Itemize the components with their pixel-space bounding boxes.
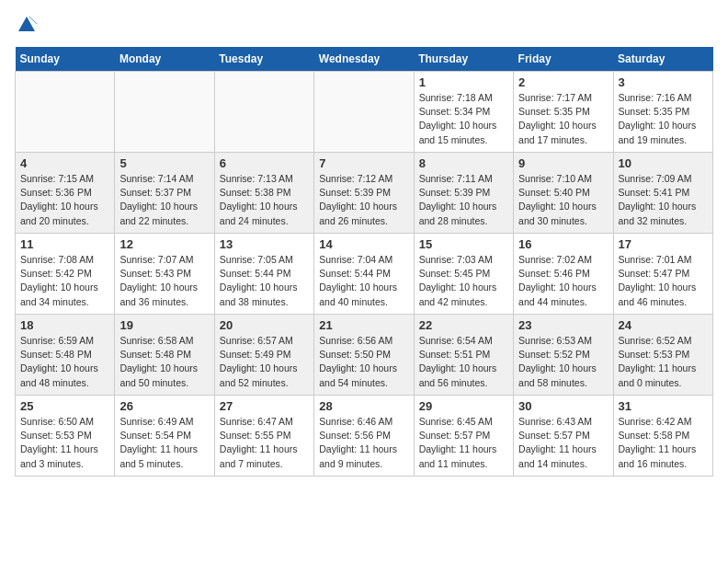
day-header-sunday: Sunday — [16, 47, 115, 72]
day-info: Sunrise: 6:42 AMSunset: 5:58 PMDaylight:… — [619, 415, 708, 471]
calendar-cell: 26Sunrise: 6:49 AMSunset: 5:54 PMDayligh… — [115, 396, 214, 477]
week-row-3: 11Sunrise: 7:08 AMSunset: 5:42 PMDayligh… — [16, 234, 713, 315]
calendar-cell: 28Sunrise: 6:46 AMSunset: 5:56 PMDayligh… — [314, 396, 414, 477]
day-number: 4 — [20, 156, 109, 170]
calendar-cell: 12Sunrise: 7:07 AMSunset: 5:43 PMDayligh… — [115, 234, 214, 315]
week-row-5: 25Sunrise: 6:50 AMSunset: 5:53 PMDayligh… — [16, 396, 713, 477]
calendar-cell: 18Sunrise: 6:59 AMSunset: 5:48 PMDayligh… — [16, 315, 115, 396]
day-number: 9 — [518, 156, 608, 170]
day-info: Sunrise: 6:57 AMSunset: 5:49 PMDaylight:… — [220, 334, 309, 390]
day-info: Sunrise: 6:50 AMSunset: 5:53 PMDaylight:… — [20, 415, 109, 471]
calendar-header-row: SundayMondayTuesdayWednesdayThursdayFrid… — [16, 47, 713, 72]
day-info: Sunrise: 6:59 AMSunset: 5:48 PMDaylight:… — [20, 334, 109, 390]
calendar-cell: 4Sunrise: 7:15 AMSunset: 5:36 PMDaylight… — [16, 153, 115, 234]
calendar-cell: 5Sunrise: 7:14 AMSunset: 5:37 PMDaylight… — [115, 153, 214, 234]
day-info: Sunrise: 6:45 AMSunset: 5:57 PMDaylight:… — [419, 415, 508, 471]
day-header-wednesday: Wednesday — [314, 47, 414, 72]
calendar-cell: 30Sunrise: 6:43 AMSunset: 5:57 PMDayligh… — [514, 396, 613, 477]
day-number: 22 — [419, 318, 508, 332]
calendar-cell — [115, 72, 214, 153]
day-number: 14 — [319, 237, 408, 251]
day-info: Sunrise: 7:07 AMSunset: 5:43 PMDaylight:… — [119, 253, 209, 309]
week-row-1: 1Sunrise: 7:18 AMSunset: 5:34 PMDaylight… — [16, 72, 713, 153]
day-info: Sunrise: 6:54 AMSunset: 5:51 PMDaylight:… — [419, 334, 508, 390]
calendar-cell: 7Sunrise: 7:12 AMSunset: 5:39 PMDaylight… — [314, 153, 414, 234]
calendar-cell — [16, 72, 115, 153]
calendar-cell: 2Sunrise: 7:17 AMSunset: 5:35 PMDaylight… — [514, 72, 613, 153]
calendar-cell: 10Sunrise: 7:09 AMSunset: 5:41 PMDayligh… — [613, 153, 712, 234]
day-number: 18 — [20, 318, 109, 332]
day-info: Sunrise: 6:52 AMSunset: 5:53 PMDaylight:… — [619, 334, 708, 390]
day-info: Sunrise: 7:02 AMSunset: 5:46 PMDaylight:… — [518, 253, 608, 309]
day-info: Sunrise: 6:43 AMSunset: 5:57 PMDaylight:… — [518, 415, 608, 471]
calendar-cell: 11Sunrise: 7:08 AMSunset: 5:42 PMDayligh… — [16, 234, 115, 315]
calendar-cell: 6Sunrise: 7:13 AMSunset: 5:38 PMDaylight… — [214, 153, 313, 234]
day-number: 1 — [419, 75, 508, 89]
day-number: 11 — [20, 237, 109, 251]
day-info: Sunrise: 7:18 AMSunset: 5:34 PMDaylight:… — [419, 91, 508, 147]
calendar-cell: 23Sunrise: 6:53 AMSunset: 5:52 PMDayligh… — [514, 315, 613, 396]
calendar-cell: 3Sunrise: 7:16 AMSunset: 5:35 PMDaylight… — [613, 72, 712, 153]
day-info: Sunrise: 6:58 AMSunset: 5:48 PMDaylight:… — [119, 334, 209, 390]
day-number: 20 — [220, 318, 309, 332]
day-number: 6 — [220, 156, 309, 170]
calendar-cell: 9Sunrise: 7:10 AMSunset: 5:40 PMDaylight… — [514, 153, 613, 234]
day-number: 3 — [619, 75, 708, 89]
calendar-table: SundayMondayTuesdayWednesdayThursdayFrid… — [15, 47, 713, 477]
day-info: Sunrise: 6:46 AMSunset: 5:56 PMDaylight:… — [319, 415, 408, 471]
logo-icon — [17, 15, 37, 35]
day-number: 28 — [319, 399, 408, 413]
day-number: 13 — [220, 237, 309, 251]
calendar-cell — [314, 72, 414, 153]
svg-marker-1 — [29, 17, 37, 24]
page-header — [15, 15, 713, 40]
week-row-2: 4Sunrise: 7:15 AMSunset: 5:36 PMDaylight… — [16, 153, 713, 234]
calendar-cell: 1Sunrise: 7:18 AMSunset: 5:34 PMDaylight… — [414, 72, 513, 153]
day-number: 25 — [20, 399, 109, 413]
day-info: Sunrise: 6:47 AMSunset: 5:55 PMDaylight:… — [220, 415, 309, 471]
calendar-cell: 27Sunrise: 6:47 AMSunset: 5:55 PMDayligh… — [214, 396, 313, 477]
day-header-tuesday: Tuesday — [214, 47, 313, 72]
day-info: Sunrise: 7:09 AMSunset: 5:41 PMDaylight:… — [619, 172, 708, 228]
day-info: Sunrise: 7:17 AMSunset: 5:35 PMDaylight:… — [518, 91, 608, 147]
day-number: 2 — [518, 75, 608, 89]
day-number: 29 — [419, 399, 508, 413]
day-info: Sunrise: 7:11 AMSunset: 5:39 PMDaylight:… — [419, 172, 508, 228]
calendar-cell: 16Sunrise: 7:02 AMSunset: 5:46 PMDayligh… — [514, 234, 613, 315]
day-number: 24 — [619, 318, 708, 332]
day-info: Sunrise: 6:56 AMSunset: 5:50 PMDaylight:… — [319, 334, 408, 390]
day-number: 16 — [518, 237, 608, 251]
day-info: Sunrise: 7:01 AMSunset: 5:47 PMDaylight:… — [619, 253, 708, 309]
day-number: 5 — [119, 156, 209, 170]
day-header-monday: Monday — [115, 47, 214, 72]
day-number: 8 — [419, 156, 508, 170]
day-number: 21 — [319, 318, 408, 332]
day-number: 27 — [220, 399, 309, 413]
week-row-4: 18Sunrise: 6:59 AMSunset: 5:48 PMDayligh… — [16, 315, 713, 396]
day-info: Sunrise: 7:16 AMSunset: 5:35 PMDaylight:… — [619, 91, 708, 147]
calendar-cell: 17Sunrise: 7:01 AMSunset: 5:47 PMDayligh… — [613, 234, 712, 315]
day-header-friday: Friday — [514, 47, 613, 72]
calendar-cell: 14Sunrise: 7:04 AMSunset: 5:44 PMDayligh… — [314, 234, 414, 315]
calendar-cell: 21Sunrise: 6:56 AMSunset: 5:50 PMDayligh… — [314, 315, 414, 396]
day-info: Sunrise: 7:15 AMSunset: 5:36 PMDaylight:… — [20, 172, 109, 228]
day-info: Sunrise: 6:53 AMSunset: 5:52 PMDaylight:… — [518, 334, 608, 390]
day-info: Sunrise: 7:14 AMSunset: 5:37 PMDaylight:… — [119, 172, 209, 228]
day-info: Sunrise: 7:10 AMSunset: 5:40 PMDaylight:… — [518, 172, 608, 228]
day-info: Sunrise: 7:03 AMSunset: 5:45 PMDaylight:… — [419, 253, 508, 309]
day-info: Sunrise: 7:12 AMSunset: 5:39 PMDaylight:… — [319, 172, 408, 228]
day-number: 23 — [518, 318, 608, 332]
day-header-thursday: Thursday — [414, 47, 513, 72]
calendar-cell: 29Sunrise: 6:45 AMSunset: 5:57 PMDayligh… — [414, 396, 513, 477]
calendar-cell: 8Sunrise: 7:11 AMSunset: 5:39 PMDaylight… — [414, 153, 513, 234]
calendar-cell: 15Sunrise: 7:03 AMSunset: 5:45 PMDayligh… — [414, 234, 513, 315]
calendar-cell: 31Sunrise: 6:42 AMSunset: 5:58 PMDayligh… — [613, 396, 712, 477]
svg-marker-0 — [18, 17, 35, 31]
day-number: 7 — [319, 156, 408, 170]
day-number: 31 — [619, 399, 708, 413]
day-info: Sunrise: 7:08 AMSunset: 5:42 PMDaylight:… — [20, 253, 109, 309]
day-info: Sunrise: 7:13 AMSunset: 5:38 PMDaylight:… — [220, 172, 309, 228]
calendar-cell: 24Sunrise: 6:52 AMSunset: 5:53 PMDayligh… — [613, 315, 712, 396]
day-info: Sunrise: 6:49 AMSunset: 5:54 PMDaylight:… — [119, 415, 209, 471]
day-number: 10 — [619, 156, 708, 170]
